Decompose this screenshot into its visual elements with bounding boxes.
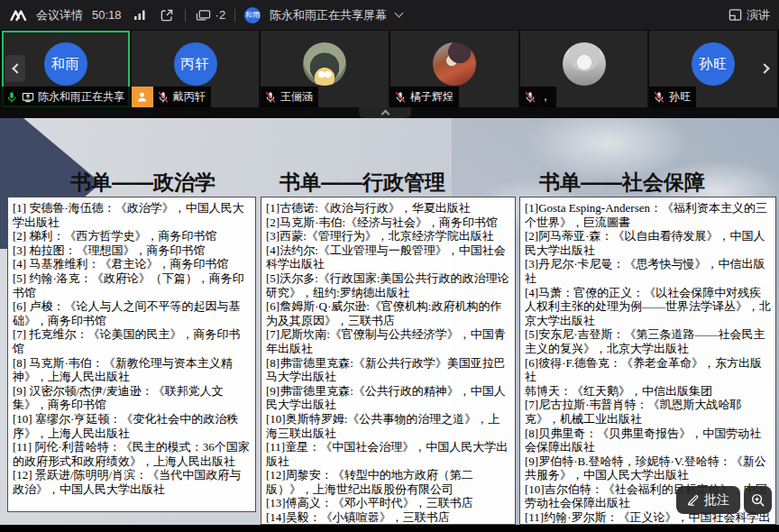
book-list-item: [1]Gosta Esping-Andersen：《福利资本主义的三个世界》，巨… xyxy=(525,201,771,229)
book-list-item: [7] 托克维尔：《论美国的民主》，商务印书馆 xyxy=(13,327,251,355)
filmstrip-collapse-button[interactable] xyxy=(359,107,411,118)
participant-name-tag: 王俪涵 xyxy=(261,87,318,107)
book-list-social-security: [1]Gosta Esping-Andersen：《福利资本主义的三个世界》，巨… xyxy=(519,197,776,525)
participant-name: 王俪涵 xyxy=(280,89,313,105)
participant-tile[interactable]: 王俪涵 xyxy=(261,31,389,107)
book-list-politics: [1] 安德鲁·海伍德：《政治学》，中国人民大学出版社[2] 梯利：《西方哲学史… xyxy=(7,197,256,512)
book-list-item: [6]彼得·F.德鲁克：《养老金革命》，东方出版社 xyxy=(525,356,771,384)
book-list-item: [2]马克斯·韦伯:《经济与社会》，商务印书馆 xyxy=(266,216,510,230)
book-list-item: [1] 安德鲁·海伍德：《政治学》，中国人民大学出版社 xyxy=(13,201,251,229)
participant-name: 孙旺 xyxy=(669,89,691,105)
book-list-item: [9] 汉密尔顿/杰伊/麦迪逊：《联邦党人文集》，商务印书馆 xyxy=(13,384,251,412)
pop-out-icon[interactable] xyxy=(158,6,176,24)
avatar: 和雨 xyxy=(44,42,87,86)
annotate-button[interactable]: 批注 xyxy=(676,486,740,514)
tencent-meeting-logo-icon xyxy=(9,6,27,24)
book-list-item: [3]丹尼尔·卡尼曼：《思考快与慢》，中信出版社 xyxy=(525,257,771,285)
chevron-right-icon xyxy=(759,63,769,73)
meeting-timer: 50:18 xyxy=(92,8,122,22)
book-list-item: [9]罗伯特·B.登哈特，珍妮特·V.登哈特：《新公共服务》，中国人民大学出版社 xyxy=(525,454,771,482)
book-list-item: [12]周黎安：《转型中的地方政府（第二版）》，上海世纪出版股份有限公司 xyxy=(266,468,510,496)
book-list-item: [2]阿马蒂亚·森：《以自由看待发展》，中国人民大学出版社 xyxy=(525,229,771,257)
screens-count: ·2 xyxy=(215,8,226,22)
chevron-down-icon xyxy=(395,9,404,18)
column-title-social-security: 书单——社会保障 xyxy=(539,169,705,197)
participant-name: 戴丙轩 xyxy=(173,89,206,105)
mic-muted-icon xyxy=(394,91,407,104)
column-title-politics: 书单——政治学 xyxy=(70,169,215,197)
annotate-label: 批注 xyxy=(704,492,729,509)
meeting-details-button[interactable]: 会议详情 xyxy=(36,7,83,23)
book-list-item: [9]弗雷德里克森:《公共行政的精神》，中国人民大学出版社 xyxy=(266,384,510,412)
book-list-item: [13]傅高义：《邓小平时代》，三联书店 xyxy=(266,496,510,510)
book-list-item: [4]法约尔:《工业管理与一般管理》，中国社会科学出版社 xyxy=(266,243,510,271)
mic-muted-icon xyxy=(264,91,277,104)
network-signal-icon xyxy=(131,6,149,24)
shared-screens-indicator[interactable]: ·2 xyxy=(195,6,226,24)
book-list-item: 韩博天：《红天鹅》，中信出版集团 xyxy=(525,384,771,399)
view-mode-label: 演讲 xyxy=(747,7,770,23)
top-bar: 会议详情 50:18 ·2 和雨 陈永和雨正在共享屏幕 演讲 xyxy=(0,0,779,30)
mic-on-icon xyxy=(5,91,18,104)
shared-screen-slide: 书单——政治学 书单——行政管理 书单——社会保障 [1] 安德鲁·海伍德：《政… xyxy=(0,118,779,525)
monitors-icon xyxy=(195,6,213,24)
book-list-item: [5] 约翰·洛克：《政府论》（下篇），商务印书馆 xyxy=(13,271,251,299)
sharer-avatar: 和雨 xyxy=(244,7,261,23)
avatar xyxy=(433,42,476,86)
book-list-item: [3] 柏拉图：《理想国》，商务印书馆 xyxy=(13,243,251,258)
book-list-item: [2] 梯利：《西方哲学史》，商务印书馆 xyxy=(13,229,251,243)
book-list-item: [4]马萧：官僚的正义：《以社会保障中对残疾人权利主张的处理为例——世界法学译丛… xyxy=(525,286,771,328)
screen-share-icon xyxy=(22,91,34,104)
chevron-up-icon xyxy=(380,110,390,119)
mic-muted-icon xyxy=(653,91,665,104)
view-mode-button[interactable]: 演讲 xyxy=(729,6,770,24)
divider xyxy=(185,9,186,22)
participant-name-tag: 橘子辉煌 xyxy=(390,87,459,107)
book-list-public-admin: [1]古德诺:《政治与行政》，华夏出版社[2]马克斯·韦伯:《经济与社会》，商务… xyxy=(261,197,516,525)
book-list-item: [8]贝弗里奇：《贝弗里奇报告》，中国劳动社会保障出版社 xyxy=(525,427,771,454)
participant-name: 橘子辉煌 xyxy=(410,89,454,105)
participant-name: ， xyxy=(540,89,551,105)
magnifier-plus-icon xyxy=(750,492,765,508)
participant-name-tag: 孙旺 xyxy=(649,87,696,107)
divider xyxy=(234,9,235,22)
book-list-item: [5]安东尼·吉登斯：《第三条道路——社会民主主义的复兴》，北京大学出版社 xyxy=(525,327,771,355)
book-list-item: [5]沃尔多:《行政国家:美国公共行政的政治理论研究》，纽约:罗纳德出版社 xyxy=(266,271,510,299)
participant-name-tag: ， xyxy=(520,87,556,107)
participant-tile[interactable]: ， xyxy=(520,31,648,107)
avatar xyxy=(303,42,346,86)
book-list-item: [6]詹姆斯·Q·威尔逊:《官僚机构:政府机构的作为及其原因》，三联书店 xyxy=(266,299,510,327)
mic-muted-icon xyxy=(524,91,536,104)
zoom-in-button[interactable] xyxy=(744,486,772,514)
filmstrip-scroll-right-button[interactable] xyxy=(756,55,775,82)
book-list-item: [7]尼斯坎南:《官僚制与公共经济学》，中国青年出版社 xyxy=(266,327,510,355)
participant-filmstrip: 和雨 陈永和雨正在共享 丙轩 戴丙轩 xyxy=(0,30,779,118)
mic-muted-icon xyxy=(157,91,170,104)
sharing-status-dropdown[interactable]: 陈永和雨正在共享屏幕 xyxy=(270,7,387,23)
book-list-item: [8] 马克斯·韦伯：《新教伦理与资本主义精神》，上海人民出版社 xyxy=(13,356,251,384)
bottom-letterbox-bar xyxy=(0,525,779,532)
participant-tile[interactable]: 丙轩 戴丙轩 xyxy=(132,31,260,107)
book-list-item: [7]尼古拉斯·韦普肖特：《凯恩斯大战哈耶克》，机械工业出版社 xyxy=(525,398,771,426)
book-list-item: [11]童星：《中国社会治理》，中国人民大学出版社 xyxy=(266,440,510,468)
avatar xyxy=(563,42,606,86)
column-title-public-admin: 书单——行政管理 xyxy=(280,169,445,197)
meeting-window: 会议详情 50:18 ·2 和雨 陈永和雨正在共享屏幕 演讲 xyxy=(0,0,779,532)
book-list-item: [10] 塞缪尔·亨廷顿：《变化社会中的政治秩序》，上海人民出版社 xyxy=(13,412,251,440)
share-floating-toolbar: 批注 xyxy=(676,486,772,514)
book-list-item: [11] 阿伦·利普哈特：《民主的模式：36个国家的政府形式和政府绩效》，上海人… xyxy=(13,440,251,468)
participant-name-tag: 戴丙轩 xyxy=(132,87,211,107)
participant-name-tag: 陈永和雨正在共享 xyxy=(2,87,130,107)
filmstrip-scroll-left-button[interactable] xyxy=(5,55,25,82)
chevron-left-icon xyxy=(12,63,22,73)
participant-tile[interactable]: 橘子辉煌 xyxy=(390,31,518,107)
book-list-item: [3]西蒙:《管理行为》，北京经济学院出版社 xyxy=(266,229,510,243)
book-list-item: [14]吴毅：《小镇喧嚣》，三联书店 xyxy=(266,510,510,525)
book-list-item: [10]奥斯特罗姆:《公共事物的治理之道》，上海三联出版社 xyxy=(266,412,510,440)
book-list-item: [1]古德诺:《政治与行政》，华夏出版社 xyxy=(266,201,510,216)
book-list-item: [4] 马基雅维利：《君主论》，商务印书馆 xyxy=(13,257,251,271)
layout-view-icon xyxy=(729,6,742,24)
avatar: 丙轩 xyxy=(174,42,217,86)
host-badge-icon xyxy=(132,87,153,107)
participant-name: 陈永和雨正在共享 xyxy=(38,89,124,105)
